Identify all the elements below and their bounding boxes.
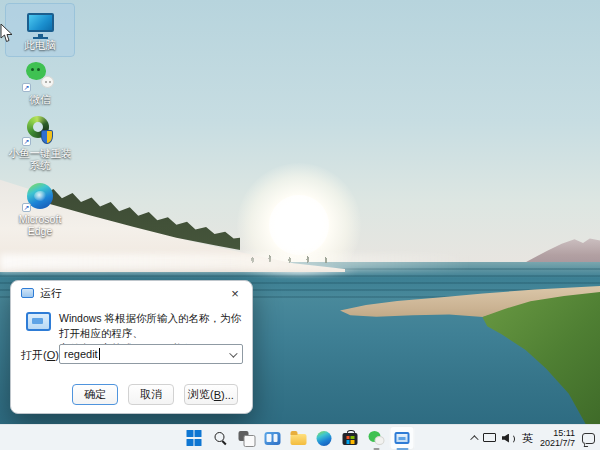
store-button[interactable] bbox=[338, 426, 363, 450]
tray-time: 15:11 bbox=[540, 428, 575, 439]
run-dialog: 运行 × Windows 将根据你所输入的名称，为你打开相应的程序、 文件夹、文… bbox=[10, 280, 253, 414]
shortcut-arrow-icon: ↗ bbox=[22, 137, 31, 146]
task-view-button[interactable] bbox=[234, 426, 259, 450]
clock[interactable]: 15:11 2021/7/7 bbox=[540, 428, 575, 449]
edge-label: Microsoft Edge bbox=[19, 213, 62, 237]
tray-date: 2021/7/7 bbox=[540, 438, 575, 449]
show-hidden-icons-chevron-icon[interactable] bbox=[470, 435, 478, 443]
ime-indicator[interactable]: 英 bbox=[522, 431, 533, 446]
close-icon[interactable]: × bbox=[218, 281, 252, 305]
wechat-icon bbox=[368, 431, 384, 445]
edge-icon bbox=[317, 431, 332, 446]
desktop-icon-wechat[interactable]: ↗ 微信 bbox=[6, 58, 74, 110]
microsoft-store-icon bbox=[343, 433, 358, 445]
run-dialog-title: 运行 bbox=[40, 286, 62, 301]
open-input[interactable]: regedit bbox=[59, 344, 243, 364]
start-button[interactable] bbox=[182, 426, 207, 450]
desktop: 此电脑 ↗ 微信 ↗ 小鱼一键重装 系统 ↗ bbox=[0, 0, 600, 450]
widgets-button[interactable] bbox=[260, 426, 285, 450]
taskbar: 英 15:11 2021/7/7 bbox=[0, 424, 600, 450]
folder-icon bbox=[290, 434, 306, 445]
sun bbox=[269, 195, 329, 255]
wechat-label: 微信 bbox=[30, 93, 51, 105]
run-program-icon bbox=[26, 312, 51, 331]
taskbar-center-icons bbox=[182, 425, 415, 450]
shortcut-arrow-icon: ↗ bbox=[22, 83, 31, 92]
xiaoyu-reinstall-icon: ↗ bbox=[24, 115, 56, 145]
this-pc-icon bbox=[24, 7, 56, 37]
mouse-cursor bbox=[0, 24, 13, 43]
notifications-chat-icon[interactable] bbox=[582, 433, 595, 444]
widgets-icon bbox=[264, 432, 280, 445]
network-icon[interactable] bbox=[483, 433, 495, 444]
run-window-icon bbox=[395, 432, 410, 444]
wallpaper-mist bbox=[0, 254, 470, 271]
run-dialog-titlebar[interactable]: 运行 bbox=[11, 281, 252, 305]
edge-taskbar-button[interactable] bbox=[312, 426, 337, 450]
desktop-icon-xiaoyu-reinstall[interactable]: ↗ 小鱼一键重装 系统 bbox=[6, 112, 74, 176]
windows-logo-icon bbox=[186, 430, 202, 446]
shortcut-arrow-icon: ↗ bbox=[22, 203, 31, 212]
this-pc-label: 此电脑 bbox=[24, 39, 56, 51]
wechat-taskbar-button[interactable] bbox=[364, 426, 389, 450]
edge-icon: ↗ bbox=[24, 181, 56, 211]
volume-icon[interactable] bbox=[502, 433, 515, 444]
desktop-icon-microsoft-edge[interactable]: ↗ Microsoft Edge bbox=[6, 178, 74, 238]
desktop-icon-this-pc[interactable]: 此电脑 bbox=[6, 4, 74, 56]
run-taskbar-button[interactable] bbox=[390, 426, 415, 450]
cancel-button[interactable]: 取消 bbox=[128, 384, 174, 405]
search-icon bbox=[213, 431, 227, 445]
chevron-down-icon[interactable] bbox=[229, 349, 237, 357]
ok-button[interactable]: 确定 bbox=[72, 384, 118, 405]
run-window-icon bbox=[21, 288, 34, 298]
search-button[interactable] bbox=[208, 426, 233, 450]
task-view-icon bbox=[239, 431, 254, 445]
text-caret bbox=[99, 348, 100, 360]
wechat-icon: ↗ bbox=[24, 61, 56, 91]
open-input-value: regedit bbox=[64, 348, 98, 360]
xiaoyu-reinstall-label: 小鱼一键重装 系统 bbox=[9, 147, 72, 171]
run-dialog-buttons: 确定 取消 浏览(B)... bbox=[72, 384, 238, 405]
shield-icon bbox=[41, 130, 53, 144]
file-explorer-button[interactable] bbox=[286, 426, 311, 450]
system-tray: 英 15:11 2021/7/7 bbox=[470, 425, 595, 450]
open-field-label: 打开(O): bbox=[21, 348, 62, 363]
browse-button[interactable]: 浏览(B)... bbox=[184, 384, 238, 405]
